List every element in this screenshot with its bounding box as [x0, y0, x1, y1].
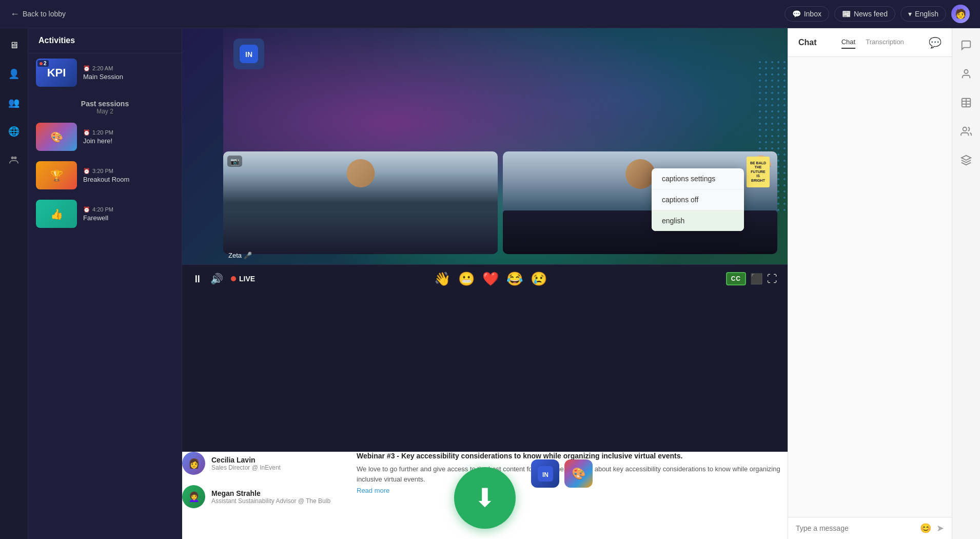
past-session-thumb-3: 👍 — [36, 200, 77, 228]
past-session-time-2: ⏰ 3:20 PM — [83, 168, 174, 175]
activities-header: Activities — [28, 28, 182, 53]
captions-off-option[interactable]: captions off — [652, 189, 744, 210]
speaker-title-1: Sales Director @ InEvent — [211, 464, 357, 471]
news-feed-button[interactable]: 📰 News feed — [834, 6, 895, 22]
kpi-text: KPI — [47, 66, 66, 80]
nav-right: 💬 Inbox 📰 News feed ▾ English 🧑 — [785, 5, 970, 23]
sidebar-icon-globe[interactable]: 🌐 — [5, 122, 23, 141]
past-session-info-1: ⏰ 1:20 PM Join here! — [83, 129, 174, 145]
left-sidebar-icons: 🖥 👤 👥 🌐 — [0, 28, 28, 539]
read-more-link[interactable]: Read more — [357, 487, 389, 494]
svg-point-6 — [964, 70, 968, 73]
language-icon: ▾ — [908, 10, 912, 18]
right-sidebar-icons — [952, 28, 980, 539]
past-session-info-2: ⏰ 3:20 PM Breakout Room — [83, 168, 174, 183]
main-session-time: ⏰ 2:20 AM — [83, 65, 174, 72]
chat-message-input[interactable] — [796, 524, 915, 532]
activities-title: Activities — [38, 36, 75, 45]
speaker-info-2: 👩‍🦱 Megan Strahle Assistant Sustainabili… — [182, 485, 357, 508]
main-session-name: Main Session — [83, 73, 174, 81]
video-controls-bar: ⏸ 🔊 LIVE 👋 😬 ❤️ 😂 😢 CC ⬛ — [182, 264, 788, 293]
sidebar-icon-monitor[interactable]: 🖥 — [5, 36, 23, 54]
back-to-lobby-button[interactable]: ← Back to lobby — [10, 9, 66, 20]
speaker-avatar-1: 👩 — [182, 452, 205, 475]
sidebar-icon-group[interactable] — [5, 151, 23, 169]
user-avatar[interactable]: 🧑 — [951, 5, 970, 23]
svg-point-0 — [11, 157, 14, 160]
reaction-grin-button[interactable]: 😬 — [458, 271, 475, 287]
chat-tabs: Chat Transcription — [841, 36, 904, 49]
speaker-name-1: Cecilia Lavin — [211, 456, 357, 464]
news-feed-icon: 📰 — [842, 10, 851, 18]
speaker-details-1: Cecilia Lavin Sales Director @ InEvent — [211, 456, 357, 471]
past-session-thumb-1: 🎨 — [36, 123, 77, 151]
colorful-app-icon[interactable]: 🎨 — [564, 459, 593, 488]
fullscreen-button[interactable]: ⛶ — [767, 273, 777, 285]
svg-point-11 — [963, 127, 967, 131]
chat-tab-chat[interactable]: Chat — [841, 36, 855, 49]
captions-menu: captions settings captions off english — [652, 168, 744, 231]
right-icon-table[interactable] — [957, 93, 975, 112]
reaction-laugh-button[interactable]: 😂 — [506, 271, 523, 287]
right-icon-people[interactable] — [957, 122, 975, 141]
speakers-list: 👩 Cecilia Lavin Sales Director @ InEvent… — [182, 452, 357, 539]
past-session-time-3: ⏰ 4:20 PM — [83, 206, 174, 213]
inbox-button[interactable]: 💬 Inbox — [785, 6, 829, 22]
chat-input-area: 😊 ➤ — [788, 517, 952, 539]
past-session-name-1: Join here! — [83, 137, 174, 145]
video-area-wrapper: IN 📷 — [182, 28, 788, 539]
svg-text:IN: IN — [245, 50, 252, 59]
past-session-item-1[interactable]: 🎨 ⏰ 1:20 PM Join here! — [28, 118, 182, 156]
inbox-icon: 💬 — [792, 10, 801, 18]
past-session-item-2[interactable]: 🏆 ⏰ 3:20 PM Breakout Room — [28, 156, 182, 195]
past-session-time-1: ⏰ 1:20 PM — [83, 129, 174, 136]
top-navigation: ← Back to lobby 💬 Inbox 📰 News feed ▾ En… — [0, 0, 980, 28]
reactions-area: 👋 😬 ❤️ 😂 😢 — [263, 271, 718, 287]
picture-in-picture-button[interactable]: ⬛ — [750, 273, 763, 285]
right-icon-user[interactable] — [957, 65, 975, 83]
speaker-video-1: 📷 — [223, 151, 498, 254]
closed-captions-button[interactable]: CC — [726, 272, 746, 285]
reaction-wave-button[interactable]: 👋 — [434, 271, 450, 287]
chat-send-button[interactable]: ➤ — [936, 523, 944, 534]
webinar-title: Webinar #3 - Key accessibility considera… — [357, 452, 788, 460]
download-button[interactable]: ⬇ — [454, 467, 516, 529]
speaker-name-tag: Zeta 🎤 — [228, 252, 252, 259]
right-icon-layers[interactable] — [957, 151, 975, 169]
past-sessions-title: Past sessions — [38, 100, 171, 108]
right-icon-chat[interactable] — [957, 36, 975, 54]
reaction-cry-button[interactable]: 😢 — [531, 271, 547, 287]
volume-button[interactable]: 🔊 — [210, 273, 223, 285]
inevent-app-icon[interactable]: IN — [531, 459, 559, 488]
nav-left: ← Back to lobby — [10, 9, 66, 20]
current-session-item[interactable]: 2 KPI ⏰ 2:20 AM Main Session — [28, 53, 182, 92]
speaker-2-head — [625, 159, 655, 189]
live-label: LIVE — [239, 275, 255, 283]
language-button[interactable]: ▾ English — [900, 6, 946, 22]
sidebar-icon-user[interactable]: 👤 — [5, 65, 23, 83]
chat-expand-button[interactable]: 💬 — [929, 36, 942, 49]
inevent-logo: IN — [233, 38, 264, 69]
sidebar-icon-people[interactable]: 👥 — [5, 93, 23, 112]
language-label: English — [915, 10, 938, 18]
kpi-thumbnail: 2 KPI — [36, 59, 77, 87]
past-sessions-date: May 2 — [38, 108, 171, 115]
svg-text:IN: IN — [542, 471, 548, 478]
speaker-info-1: 👩 Cecilia Lavin Sales Director @ InEvent — [182, 452, 357, 475]
speaker-details-2: Megan Strahle Assistant Sustainability A… — [211, 489, 357, 505]
speaker-1-head — [346, 159, 375, 187]
past-session-name-2: Breakout Room — [83, 176, 174, 183]
captions-settings-option[interactable]: captions settings — [652, 168, 744, 189]
news-feed-label: News feed — [854, 10, 888, 18]
video-inner: IN 📷 — [182, 28, 788, 264]
chat-panel: Chat Chat Transcription 💬 😊 ➤ — [788, 28, 952, 539]
chat-tab-transcription[interactable]: Transcription — [866, 36, 904, 49]
captions-english-option[interactable]: english — [652, 210, 744, 231]
pause-button[interactable]: ⏸ — [192, 273, 203, 285]
past-session-item-3[interactable]: 👍 ⏰ 4:20 PM Farewell — [28, 195, 182, 233]
live-indicator: LIVE — [231, 275, 255, 283]
reaction-heart-button[interactable]: ❤️ — [482, 271, 499, 287]
speaker-title-2: Assistant Sustainability Advisor @ The B… — [211, 497, 357, 505]
chat-emoji-button[interactable]: 😊 — [920, 523, 931, 534]
speaker-name-2: Megan Strahle — [211, 489, 357, 497]
